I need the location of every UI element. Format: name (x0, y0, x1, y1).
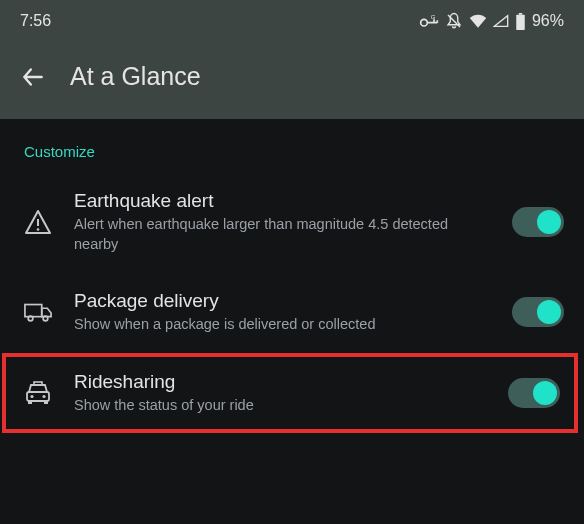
toggle-package[interactable] (512, 297, 564, 327)
key-icon: G (419, 14, 439, 28)
svg-point-12 (30, 395, 33, 398)
status-time: 7:56 (20, 12, 51, 30)
signal-icon (493, 14, 509, 28)
taxi-icon (24, 381, 52, 405)
setting-row-earthquake[interactable]: Earthquake alert Alert when earthquake l… (0, 172, 584, 272)
svg-rect-15 (44, 401, 48, 404)
setting-desc: Show when a package is delivered or coll… (74, 315, 490, 335)
svg-point-6 (37, 228, 40, 231)
setting-desc: Alert when earthquake larger than magnit… (74, 215, 490, 254)
svg-rect-4 (516, 14, 525, 29)
setting-title: Ridesharing (74, 371, 486, 393)
back-button[interactable] (20, 64, 46, 90)
highlight-box: Ridesharing Show the status of your ride (2, 353, 578, 434)
setting-text: Package delivery Show when a package is … (74, 290, 490, 335)
section-label: Customize (0, 119, 584, 172)
battery-percent: 96% (532, 12, 564, 30)
page-title: At a Glance (70, 62, 201, 91)
notifications-off-icon (445, 12, 463, 30)
svg-point-13 (42, 395, 45, 398)
svg-rect-7 (25, 305, 42, 317)
svg-rect-14 (28, 401, 32, 404)
battery-icon (515, 13, 526, 30)
status-right: G 96% (419, 12, 564, 30)
warning-triangle-icon (24, 209, 52, 235)
setting-title: Package delivery (74, 290, 490, 312)
status-bar: 7:56 G (0, 0, 584, 38)
svg-point-9 (43, 317, 48, 322)
wifi-icon (469, 14, 487, 28)
toggle-earthquake[interactable] (512, 207, 564, 237)
setting-text: Ridesharing Show the status of your ride (74, 371, 486, 416)
svg-point-8 (28, 317, 33, 322)
setting-row-package[interactable]: Package delivery Show when a package is … (0, 272, 584, 353)
svg-rect-11 (27, 392, 49, 401)
svg-point-0 (421, 19, 428, 26)
setting-row-ridesharing[interactable]: Ridesharing Show the status of your ride (6, 357, 574, 430)
arrow-left-icon (20, 64, 46, 90)
truck-icon (24, 301, 52, 323)
setting-title: Earthquake alert (74, 190, 490, 212)
setting-text: Earthquake alert Alert when earthquake l… (74, 190, 490, 254)
header: At a Glance (0, 38, 584, 119)
setting-desc: Show the status of your ride (74, 396, 486, 416)
toggle-ridesharing[interactable] (508, 378, 560, 408)
svg-text:G: G (431, 14, 436, 20)
svg-rect-3 (519, 13, 522, 15)
